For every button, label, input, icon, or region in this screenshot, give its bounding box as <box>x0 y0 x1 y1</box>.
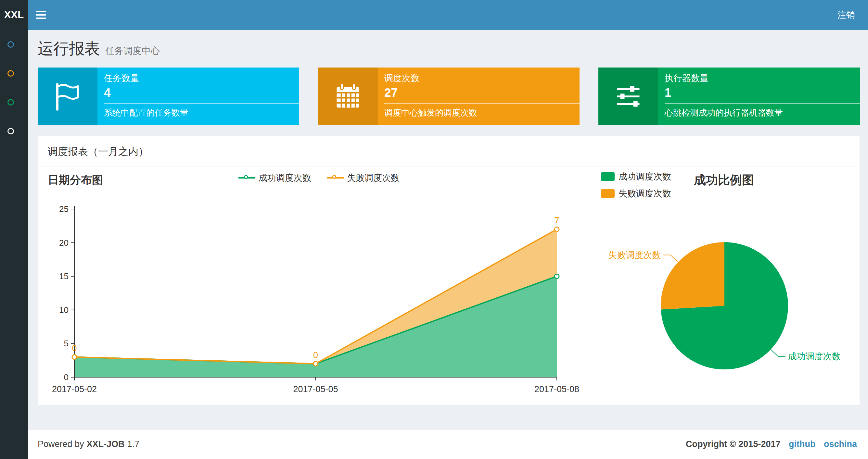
svg-text:0: 0 <box>313 350 318 360</box>
footer-copyright: Copyright © 2015-2017 <box>686 439 781 449</box>
calendar-icon <box>318 67 378 125</box>
page-title: 运行报表 <box>38 38 100 59</box>
oschina-link[interactable]: oschina <box>824 439 857 449</box>
legend-label: 成功调度次数 <box>619 171 671 183</box>
svg-text:2017-05-02: 2017-05-02 <box>52 384 97 394</box>
page-subtitle: 任务调度中心 <box>105 45 160 57</box>
footer: Powered byXXL-JOB1.7 Copyright © 2015-20… <box>28 429 868 459</box>
pie-chart[interactable]: 成功调度次数失败调度次数 <box>558 199 868 404</box>
panel-title: 调度报表（一月之内） <box>38 136 860 167</box>
page-header: 运行报表 任务调度中心 <box>38 38 160 59</box>
pie-series-swatch <box>601 172 615 181</box>
info-box-desc: 系统中配置的任务数量 <box>104 103 299 119</box>
report-panel: 调度报表（一月之内） 日期分布图 成功调度次数失败调度次数 0510152025… <box>38 136 860 405</box>
line-chart[interactable]: 05101520252017-05-022017-05-052017-05-08… <box>38 167 600 405</box>
app-logo[interactable]: XXL <box>0 0 28 30</box>
sliders-icon <box>598 67 658 125</box>
sidebar-item-1[interactable] <box>0 30 28 59</box>
hamburger-icon <box>28 11 54 19</box>
info-box-triggers: 调度次数 27 调度中心触发的调度次数 <box>318 67 580 125</box>
info-box-title: 任务数量 <box>104 72 299 84</box>
flag-icon <box>38 67 97 125</box>
svg-text:2017-05-05: 2017-05-05 <box>293 384 338 394</box>
info-boxes: 任务数量 4 系统中配置的任务数量 <box>38 67 860 125</box>
pie-series-swatch <box>601 189 615 198</box>
github-link[interactable]: github <box>789 439 815 449</box>
svg-text:25: 25 <box>59 204 68 214</box>
info-box-title: 执行器数量 <box>664 72 860 84</box>
svg-text:20: 20 <box>59 238 68 248</box>
circle-icon <box>7 128 14 134</box>
panel-body: 日期分布图 成功调度次数失败调度次数 05101520252017-05-022… <box>38 167 860 405</box>
logout-link[interactable]: 注销 <box>825 0 868 30</box>
svg-text:10: 10 <box>59 305 68 315</box>
info-box-jobs: 任务数量 4 系统中配置的任务数量 <box>38 67 299 125</box>
info-box-value: 4 <box>104 86 299 100</box>
legend-item[interactable]: 失败调度次数 <box>601 188 671 199</box>
top-navbar: XXL 注销 <box>0 0 868 30</box>
info-box-desc: 心跳检测成功的执行器机器数量 <box>664 103 860 119</box>
legend-label: 失败调度次数 <box>619 188 671 199</box>
footer-app-name: XXL-JOB <box>87 439 125 449</box>
svg-text:15: 15 <box>59 271 68 281</box>
footer-copyright-area: Copyright © 2015-2017 github oschina <box>686 439 857 449</box>
svg-text:失败调度次数: 失败调度次数 <box>608 250 661 260</box>
circle-icon <box>7 70 14 76</box>
svg-text:5: 5 <box>64 338 68 348</box>
footer-version: 1.7 <box>127 439 140 449</box>
sidebar-item-2[interactable] <box>0 59 28 88</box>
info-box-value: 27 <box>384 86 580 100</box>
footer-powered: Powered byXXL-JOB1.7 <box>38 439 140 449</box>
info-box-title: 调度次数 <box>384 72 580 84</box>
legend-item[interactable]: 成功调度次数 <box>601 171 671 183</box>
sidebar-toggle-button[interactable] <box>28 0 54 30</box>
sidebar-item-4[interactable] <box>0 117 28 145</box>
info-box-executors: 执行器数量 1 心跳检测成功的执行器机器数量 <box>598 67 860 125</box>
info-box-value: 1 <box>664 86 860 100</box>
pie-chart-title: 成功比例图 <box>694 172 754 188</box>
svg-text:0: 0 <box>72 343 77 353</box>
sidebar <box>0 30 28 459</box>
svg-text:成功调度次数: 成功调度次数 <box>788 352 841 361</box>
svg-text:0: 0 <box>64 372 68 382</box>
app-root: XXL 注销 运行报表 任务调度中心 任务数量 4 系统中配置的任务数量 <box>0 0 868 459</box>
circle-icon <box>7 41 14 48</box>
info-box-desc: 调度中心触发的调度次数 <box>384 103 580 119</box>
sidebar-item-3[interactable] <box>0 88 28 117</box>
circle-icon <box>7 99 14 105</box>
